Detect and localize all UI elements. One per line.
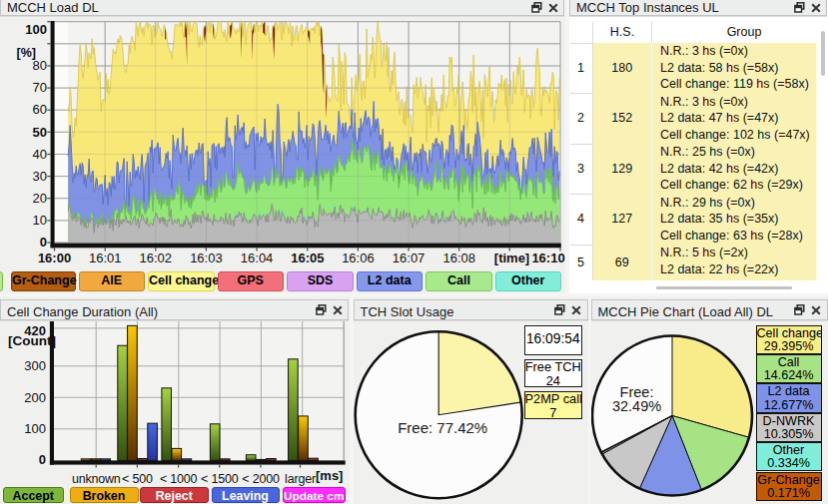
svg-text:0: 0 (39, 452, 46, 467)
svg-text:16:06: 16:06 (342, 251, 375, 265)
svg-text:[Count]: [Count] (8, 333, 56, 348)
svg-text:80: 80 (33, 58, 47, 73)
svg-text:larger: larger (285, 472, 316, 486)
svg-text:16:03: 16:03 (190, 251, 223, 265)
svg-text:10: 10 (33, 213, 47, 228)
svg-text:50: 50 (33, 125, 47, 140)
svg-text:16:01: 16:01 (89, 251, 122, 265)
svg-text:20: 20 (33, 191, 47, 206)
svg-text:0: 0 (40, 235, 47, 250)
svg-text:40: 40 (33, 147, 47, 162)
svg-text:16:04: 16:04 (241, 251, 274, 265)
svg-text:32.49%: 32.49% (611, 398, 660, 414)
svg-text:Free: 77.42%: Free: 77.42% (398, 419, 487, 436)
svg-text:16:07: 16:07 (393, 251, 425, 265)
svg-text:< 1000: < 1000 (160, 472, 198, 486)
svg-text:< 1500: < 1500 (201, 472, 239, 486)
svg-text:16:02: 16:02 (140, 251, 173, 265)
svg-text:[time]: [time] (494, 251, 529, 265)
svg-text:< 500: < 500 (122, 472, 153, 486)
svg-text:30: 30 (33, 169, 47, 184)
svg-text:70: 70 (33, 80, 47, 95)
svg-text:16:08: 16:08 (442, 251, 475, 265)
svg-text:100: 100 (25, 22, 47, 37)
svg-text:unknown: unknown (72, 472, 121, 486)
svg-text:[%]: [%] (17, 46, 36, 60)
svg-text:16:00: 16:00 (38, 251, 71, 265)
svg-text:[ms]: [ms] (316, 468, 343, 483)
svg-text:16:10: 16:10 (531, 251, 564, 265)
svg-text:16:05: 16:05 (291, 251, 324, 265)
svg-text:60: 60 (33, 102, 47, 117)
svg-text:< 2000: < 2000 (242, 472, 280, 486)
svg-text:200: 200 (24, 390, 46, 405)
svg-text:100: 100 (24, 421, 46, 436)
svg-text:300: 300 (24, 358, 46, 373)
